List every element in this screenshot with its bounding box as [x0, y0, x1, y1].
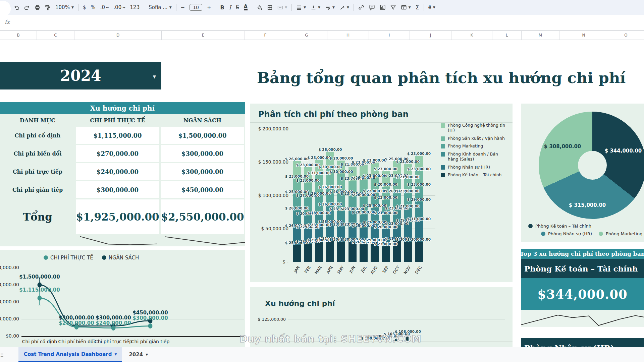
toolbar-text-rotation-button[interactable]: ▼ — [339, 5, 349, 10]
toolbar-format-currency-button[interactable]: $ — [83, 4, 86, 10]
legend-label: Phòng Kinh doanh / Bán hàng (Sales) — [448, 152, 508, 162]
chevron-down-icon: ▼ — [304, 6, 306, 9]
column-header-L[interactable]: L — [492, 31, 522, 40]
toolbar-undo-button[interactable] — [14, 5, 19, 10]
bar-data-label: $ 23,000.00 — [374, 195, 397, 199]
y-tick-label: $ 150,000.00 — [252, 159, 288, 165]
toolbar-insert-link-button[interactable] — [358, 4, 364, 10]
toolbar-vertical-align-button[interactable]: ▼ — [311, 5, 320, 10]
chevron-down-icon: ▼ — [169, 6, 172, 9]
toolbar-fill-color-button[interactable] — [257, 5, 262, 10]
all-sheets-icon[interactable]: ≡ — [0, 347, 3, 362]
x-category-label: Chi phí trực tiếp — [95, 339, 132, 344]
legend-label: Phòng Sản xuất / Vận hành — [448, 136, 505, 141]
x-category-label: MAY — [333, 265, 345, 280]
year-selector[interactable]: 2024 ▼ — [0, 62, 161, 89]
toolbar-number-format-button[interactable]: 123 — [130, 4, 140, 10]
chevron-down-icon: ▼ — [332, 6, 335, 9]
row-label: Chi phí gián tiếp — [0, 181, 75, 199]
toolbar-decrease-decimal-button[interactable]: .0← — [100, 4, 109, 10]
arrow-icon: → — [122, 6, 125, 9]
bar-data-label: $ 23,000.00 — [363, 174, 386, 178]
toolbar-insert-chart-button[interactable] — [380, 4, 386, 10]
arrow-icon: ← — [106, 6, 109, 9]
toolbar-horizontal-align-button[interactable]: ▼ — [296, 5, 306, 10]
column-header-G[interactable]: G — [286, 31, 327, 40]
year-value: 2024 — [60, 67, 101, 84]
toolbar-zoom-button[interactable]: 100%▼ — [55, 4, 74, 10]
column-header-E[interactable]: E — [162, 31, 245, 40]
bar-data-label: $ 25,000.00 — [363, 203, 386, 207]
fill-color-icon — [257, 5, 262, 10]
toolbar-font-size-decrease-button[interactable]: − — [181, 4, 185, 10]
bar-data-label: $ 25,000.00 — [285, 190, 309, 194]
toolbar-text-wrap-button[interactable]: ▼ — [325, 5, 335, 10]
column-header-J[interactable]: J — [410, 31, 451, 40]
legend-item: Phòng Marketing — [599, 231, 642, 236]
chevron-down-icon: ▼ — [153, 74, 156, 79]
toolbar-strikethrough-button[interactable]: S — [236, 4, 239, 10]
toolbar-input-tools-label: ê — [428, 4, 431, 10]
toolbar-increase-decimal-button[interactable]: .00→ — [113, 4, 125, 10]
bar-data-label: $ 29,000.00 — [407, 197, 431, 201]
column-header-C[interactable]: C — [37, 31, 74, 40]
toolbar-font-size-label: 10 — [190, 4, 202, 11]
toolbar-format-currency-label: $ — [83, 4, 86, 10]
watermark: Duy nhất bán tại: SHEETVN.COM — [239, 334, 421, 345]
x-category-label: DEC — [411, 265, 423, 280]
toolbar-table-views-button[interactable]: ▼ — [401, 4, 411, 10]
column-header-O[interactable]: O — [608, 31, 644, 40]
column-header-N[interactable]: N — [559, 31, 608, 40]
column-header-D[interactable]: D — [74, 31, 162, 40]
bar-data-label: $ 23,000.00 — [296, 163, 320, 167]
bar-segment — [382, 246, 390, 262]
toolbar-format-percent-button[interactable]: % — [91, 4, 95, 10]
toolbar-borders-button[interactable] — [267, 5, 273, 10]
column-header-B[interactable]: B — [0, 31, 37, 40]
data-label-actual: $240,000.00 — [96, 320, 131, 326]
tab-2024[interactable]: 2024 ▼ — [123, 347, 153, 362]
bar-data-label: $ 31,000.00 — [407, 217, 431, 221]
toolbar-font-button[interactable]: Sofia ...▼ — [149, 4, 171, 10]
bar-data-label: $ 29,000.00 — [307, 191, 331, 195]
row-label: Chi phí trực tiếp — [0, 163, 75, 181]
column-header-F[interactable]: F — [245, 31, 286, 40]
toolbar-italic-button[interactable]: I — [229, 4, 231, 11]
text-wrap-icon — [325, 5, 331, 10]
toolbar-input-tools-button[interactable]: ê▼ — [428, 4, 435, 10]
legend-swatch — [441, 144, 445, 148]
insert-link-icon — [358, 4, 364, 10]
tab-cost-trend-dashboard[interactable]: Cost Trend Analysis Dashboard ▼ — [18, 347, 122, 362]
toolbar-print-button[interactable] — [35, 5, 40, 10]
column-header-M[interactable]: M — [522, 31, 559, 40]
top3-entry-1-name: Phòng Kế toán – Tài chính — [521, 259, 644, 278]
bar-data-label: $ 30,000.00 — [318, 165, 342, 169]
toolbar-create-filter-button[interactable] — [390, 5, 396, 10]
toolbar-increase-decimal-label: .00 — [113, 4, 121, 10]
toolbar-separator — [424, 4, 424, 11]
column-header-K[interactable]: K — [451, 31, 492, 40]
col-header-ngan-sach: NGÂN SÁCH — [160, 114, 245, 126]
toolbar-text-color-button[interactable]: A — [244, 4, 248, 10]
formula-bar[interactable]: fx — [0, 15, 644, 31]
toolbar-bold-button[interactable]: B — [220, 4, 224, 11]
legend-item: Phòng Kế toán – Tài chính — [528, 224, 591, 229]
toolbar-insert-comment-button[interactable] — [369, 4, 375, 10]
toolbar-text-color-label: A — [244, 4, 248, 10]
gridline — [292, 129, 435, 129]
bar-segment — [337, 242, 345, 262]
bar-data-label: $ 21,000.00 — [396, 175, 420, 179]
toolbar-redo-button[interactable] — [24, 5, 30, 10]
toolbar-font-size-increase-label: + — [207, 4, 211, 10]
column-header-I[interactable]: I — [369, 31, 410, 40]
table-row: Chi phí biến đổi$270,000.00$300,000.00 — [0, 144, 245, 163]
toolbar-functions-button[interactable]: Σ — [416, 4, 419, 11]
toolbar-paint-format-button[interactable] — [45, 5, 51, 10]
bar-data-label: $ 22,000.00 — [363, 189, 386, 193]
bar-data-label: $ 26,000.00 — [285, 206, 309, 210]
toolbar-merge-cells-button[interactable]: ▼ — [277, 5, 287, 10]
bar-data-label: $ 26,000.00 — [318, 202, 342, 206]
toolbar-font-size-increase-button[interactable]: + — [207, 4, 211, 10]
toolbar-font-size-button[interactable]: 10 — [190, 4, 202, 11]
column-header-H[interactable]: H — [327, 31, 369, 40]
